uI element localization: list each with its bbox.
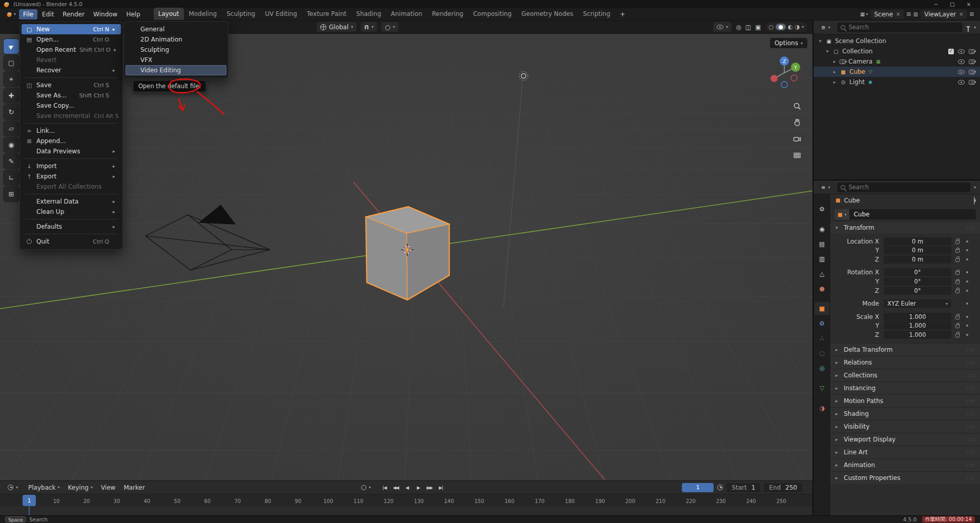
file-menu-item-recover[interactable]: Recover▸ bbox=[22, 65, 121, 75]
show-overlays-toggle[interactable]: ◫ bbox=[745, 24, 751, 31]
properties-tab-object-data[interactable]: ▽ bbox=[815, 381, 829, 394]
drag-handle-icon[interactable]: :::: bbox=[967, 475, 975, 480]
timeline-menu-marker[interactable]: Marker bbox=[120, 483, 148, 492]
render-visibility-icon[interactable] bbox=[969, 80, 975, 85]
play-button[interactable]: ▶ bbox=[413, 483, 424, 492]
rendered-shading-icon[interactable]: ◑ bbox=[795, 24, 800, 30]
z-field[interactable]: 1.000 bbox=[884, 331, 951, 339]
disclosure-arrow-icon[interactable]: ▾ bbox=[825, 49, 830, 54]
animate-dot-icon[interactable] bbox=[966, 258, 968, 260]
z-field[interactable]: 0° bbox=[884, 287, 951, 295]
selectability-checkbox[interactable] bbox=[948, 49, 954, 54]
properties-tab-world[interactable]: ● bbox=[815, 282, 829, 295]
new-submenu-item-sculpting[interactable]: Sculpting bbox=[126, 45, 226, 55]
tool-transform[interactable]: ◉ bbox=[4, 137, 19, 152]
add-workspace-button[interactable]: + bbox=[616, 9, 629, 19]
drag-handle-icon[interactable]: :::: bbox=[967, 386, 975, 391]
jump-to-prev-keyframe-button[interactable]: ◀◀ bbox=[390, 483, 401, 492]
panel-section-custom-properties[interactable]: ▸Custom Properties:::: bbox=[830, 471, 980, 484]
properties-search[interactable] bbox=[837, 183, 970, 192]
drag-handle-icon[interactable]: :::: bbox=[967, 360, 975, 365]
lock-icon[interactable] bbox=[955, 325, 960, 328]
properties-tab-scene[interactable]: △ bbox=[815, 267, 829, 280]
menu-help[interactable]: Help bbox=[122, 9, 144, 19]
panel-section-animation[interactable]: ▸Animation:::: bbox=[830, 458, 980, 471]
file-menu-item-import[interactable]: ↓Import▸ bbox=[22, 161, 121, 171]
panel-section-line-art[interactable]: ▸Line Art:::: bbox=[830, 446, 980, 458]
gizmo-y-label[interactable]: Y bbox=[794, 65, 797, 70]
animate-dot-icon[interactable] bbox=[966, 280, 968, 283]
new-submenu-item-video-editing[interactable]: Video Editing bbox=[126, 65, 226, 75]
animate-dot-icon[interactable] bbox=[966, 303, 968, 305]
workspace-tab-rendering[interactable]: Rendering bbox=[427, 8, 468, 20]
jump-to-start-button[interactable]: |◀ bbox=[379, 483, 390, 492]
play-reverse-button[interactable]: ◀ bbox=[402, 483, 412, 492]
outliner-row-light[interactable]: ▸⊙Light◉ bbox=[814, 77, 980, 87]
workspace-tab-texture-paint[interactable]: Texture Paint bbox=[302, 8, 351, 20]
y-field[interactable]: 0° bbox=[884, 277, 951, 286]
show-gizmo-toggle[interactable]: ◎ bbox=[736, 24, 741, 31]
outliner-row-scene-collection[interactable]: ▾▣Scene Collection bbox=[814, 36, 980, 46]
drag-handle-icon[interactable]: :::: bbox=[967, 347, 975, 352]
menu-window[interactable]: Window bbox=[89, 9, 121, 19]
properties-tab-view-layer[interactable]: ▥ bbox=[815, 252, 829, 265]
menu-file[interactable]: File bbox=[19, 9, 37, 19]
panel-section-collections[interactable]: ▸Collections:::: bbox=[830, 369, 980, 381]
workspace-tab-sculpting[interactable]: Sculpting bbox=[222, 8, 260, 20]
gizmo-z-label[interactable]: Z bbox=[783, 59, 786, 64]
outliner-row-collection[interactable]: ▾▢Collection bbox=[814, 46, 980, 56]
remove-viewlayer-icon[interactable]: × bbox=[959, 11, 963, 17]
transform-orientation-dropdown[interactable]: Global▾ bbox=[317, 22, 357, 32]
breadcrumb-object-name[interactable]: Cube bbox=[844, 197, 860, 204]
panel-section-viewport-display[interactable]: ▸Viewport Display:::: bbox=[830, 433, 980, 446]
panel-section-visibility[interactable]: ▸Visibility:::: bbox=[830, 420, 980, 433]
properties-tab-render[interactable]: ◉ bbox=[815, 223, 829, 235]
properties-tab-modifiers[interactable]: ⚙ bbox=[815, 317, 829, 330]
gizmo-x-ball[interactable] bbox=[770, 75, 778, 82]
tool-cursor[interactable]: ⌖ bbox=[4, 72, 19, 87]
file-menu-item-append[interactable]: ⊞Append... bbox=[22, 136, 121, 146]
tool-select-box[interactable]: ▢ bbox=[4, 55, 19, 70]
shading-dropdown-icon[interactable]: ▾ bbox=[802, 25, 804, 29]
lock-icon[interactable] bbox=[955, 258, 960, 262]
hide-eye-icon[interactable] bbox=[958, 49, 965, 54]
zoom-icon[interactable] bbox=[791, 100, 803, 112]
file-menu-item-external-data[interactable]: External Data▸ bbox=[22, 196, 121, 207]
file-menu-item-link[interactable]: ∞Link... bbox=[22, 126, 121, 136]
properties-tab-physics[interactable]: ◌ bbox=[815, 347, 829, 359]
object-name-field[interactable]: Cube bbox=[849, 209, 976, 219]
close-button[interactable]: × bbox=[961, 0, 977, 8]
filter-dropdown-icon[interactable]: ▾ bbox=[974, 25, 976, 30]
outliner-row-camera[interactable]: ▸Camera▦ bbox=[814, 56, 980, 67]
properties-options-icon[interactable]: ▾ bbox=[974, 185, 976, 190]
file-menu-item-new[interactable]: ▢NewCtrl N▸ bbox=[22, 24, 121, 34]
unlink-scene-icon[interactable]: × bbox=[896, 11, 900, 17]
id-browse-button[interactable]: ■▾ bbox=[835, 209, 849, 219]
disclosure-arrow-icon[interactable]: ▾ bbox=[818, 38, 823, 44]
panel-section-shading[interactable]: ▸Shading:::: bbox=[830, 407, 980, 420]
frame-end-field[interactable]: End250 bbox=[764, 483, 802, 492]
properties-tab-material[interactable]: ◑ bbox=[815, 401, 829, 414]
tool-measure[interactable]: ∟ bbox=[4, 170, 19, 185]
minimize-button[interactable]: ─ bbox=[928, 0, 944, 8]
panel-section-relations[interactable]: ▸Relations:::: bbox=[830, 356, 980, 369]
new-viewlayer-button[interactable]: ⊞ bbox=[970, 11, 974, 17]
options-dropdown[interactable]: Options▾ bbox=[770, 38, 807, 48]
new-submenu-item-general[interactable]: General bbox=[126, 24, 226, 34]
camera-object[interactable] bbox=[145, 205, 270, 270]
auto-keying-button[interactable]: ▾ bbox=[358, 482, 374, 492]
editor-type-button[interactable]: ≣▾ bbox=[818, 23, 833, 32]
animate-dot-icon[interactable] bbox=[966, 316, 968, 318]
transform-panel-header[interactable]: ▾ Transform :::: bbox=[830, 221, 980, 234]
animate-dot-icon[interactable] bbox=[966, 290, 968, 292]
drag-handle-icon[interactable]: :::: bbox=[967, 450, 975, 455]
drag-handle-icon[interactable]: :::: bbox=[967, 437, 975, 442]
jump-to-next-keyframe-button[interactable]: ▶▶ bbox=[424, 483, 435, 492]
wireframe-shading-icon[interactable]: ○ bbox=[769, 24, 774, 30]
disclosure-arrow-icon[interactable]: ▸ bbox=[832, 79, 837, 85]
properties-tab-particles[interactable]: ∴ bbox=[815, 332, 829, 345]
workspace-tab-compositing[interactable]: Compositing bbox=[468, 8, 516, 20]
panel-section-motion-paths[interactable]: ▸Motion Paths:::: bbox=[830, 394, 980, 407]
disclosure-arrow-icon[interactable]: ▸ bbox=[832, 59, 837, 64]
playhead-marker[interactable]: 1 bbox=[23, 495, 36, 506]
